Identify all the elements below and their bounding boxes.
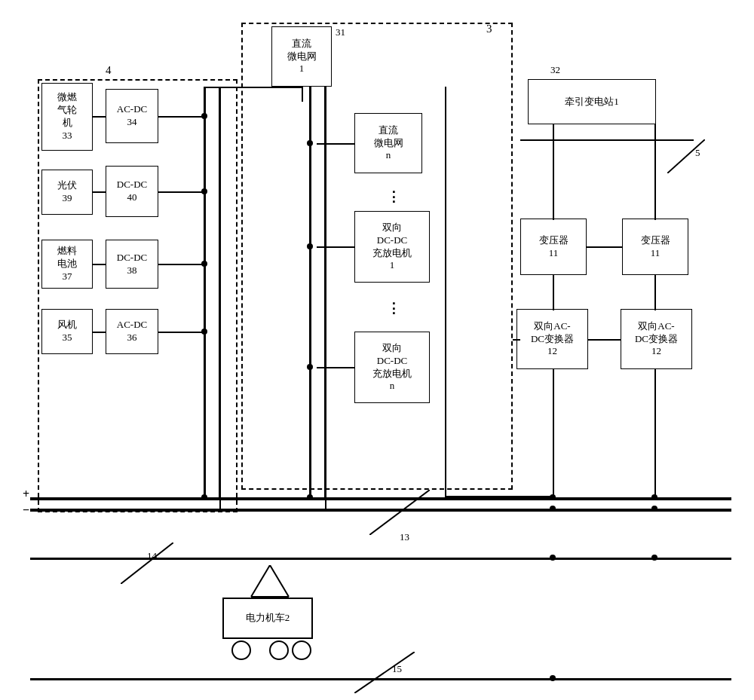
- hline-dcmg1: [204, 87, 303, 88]
- dot-rail-r1: [550, 555, 556, 561]
- hline-dcdc40: [158, 191, 205, 193]
- transformer-11a: 变压器11: [520, 219, 587, 275]
- bidir-acdc-12a: 双向AC-DC变换器12: [516, 309, 588, 369]
- rail-hash-15: [354, 652, 415, 693]
- ac-dc-34: AC-DC34: [106, 89, 158, 143]
- dc-microgrid-n: 直流微电网n: [354, 113, 422, 173]
- vline-12a-bus: [553, 369, 554, 499]
- hline-grp3-right: [513, 339, 520, 341]
- electric-loco-2: 电力机车2: [222, 598, 313, 639]
- vbus-mid: [309, 87, 311, 497]
- dot-acdc34: [201, 113, 207, 119]
- pantograph: [247, 565, 293, 599]
- dot-dcdc40: [201, 188, 207, 194]
- dc-microgrid-1: 直流微电网1: [271, 26, 332, 87]
- minus-label: −: [23, 503, 29, 517]
- ellipsis-bottom: ⋮: [387, 300, 400, 316]
- vbus-mid2: [324, 87, 326, 497]
- hline-37-38: [93, 264, 106, 265]
- hline-35-36: [93, 332, 106, 333]
- ellipsis-top: ⋮: [387, 188, 400, 205]
- hline-bus-to-12a: [445, 496, 553, 498]
- pv-39: 光伏39: [41, 170, 93, 215]
- label-32: 32: [550, 64, 560, 76]
- vline-tr11b-12b: [654, 275, 656, 310]
- vline-group3-left: [445, 87, 446, 497]
- hline-33-34: [93, 116, 106, 118]
- bidir-acdc-12b: 双向AC-DC变换器12: [621, 309, 692, 369]
- dot-minus-right2: [651, 506, 657, 512]
- svg-line-7: [121, 543, 173, 584]
- vline-dcmg1-down: [302, 87, 303, 102]
- rail-hash-14: [121, 543, 173, 584]
- rail-hash-13: [369, 490, 430, 535]
- svg-point-4: [270, 641, 288, 659]
- wind-35: 风机35: [41, 309, 93, 354]
- hline-acdc36: [158, 332, 205, 333]
- plus-label: +: [23, 488, 29, 501]
- vline-12b-bus: [654, 369, 656, 499]
- dot-dcmgn: [307, 140, 313, 146]
- dot-bus-left1: [201, 494, 207, 500]
- svg-point-3: [232, 641, 250, 659]
- hline-39-40: [93, 191, 106, 193]
- dot-bus-right2: [651, 494, 657, 500]
- hline-bidir1: [317, 246, 354, 248]
- diagonal-5: [667, 139, 705, 173]
- ac-dc-36: AC-DC36: [106, 309, 158, 354]
- label-31: 31: [336, 26, 345, 38]
- dot-bus-mid1: [307, 494, 313, 500]
- vbus-left: [204, 87, 206, 497]
- hline-dcmgn: [317, 143, 354, 145]
- dot-rail-bot1: [550, 675, 556, 681]
- svg-line-9: [667, 139, 705, 173]
- label-3: 3: [486, 23, 492, 35]
- hline-between-trans: [587, 246, 622, 248]
- svg-line-6: [369, 490, 430, 535]
- hline-between-bidir: [588, 339, 621, 341]
- diagram: 4 3 直流微电网1 31 微燃气轮机33 AC-DC34 光伏39 DC-DC…: [23, 8, 731, 693]
- dot-dcdc38: [201, 261, 207, 267]
- dot-acdc36: [201, 329, 207, 335]
- micro-turbine-33: 微燃气轮机33: [41, 83, 93, 151]
- svg-line-1: [270, 565, 289, 597]
- dc-dc-40: DC-DC40: [106, 166, 158, 217]
- label-4: 4: [106, 64, 112, 77]
- dot-bidirn: [307, 364, 313, 370]
- vbus-left2: [219, 87, 221, 497]
- svg-line-0: [251, 565, 270, 597]
- vline-tr11a-12a: [553, 275, 554, 310]
- bidir-dcdc-1: 双向DC-DC充放电机1: [354, 211, 430, 283]
- hline-dcdc38: [158, 264, 205, 265]
- vline-mid2-tobus: [325, 496, 326, 509]
- dc-dc-38: DC-DC38: [106, 240, 158, 289]
- fuel-cell-37: 燃料电池37: [41, 240, 93, 289]
- hline-bidirn: [317, 367, 354, 368]
- traction-sub-1: 牵引变电站1: [528, 79, 656, 124]
- transformer-11b: 变压器11: [622, 219, 688, 275]
- bidir-dcdc-n: 双向DC-DC充放电机n: [354, 332, 430, 403]
- dot-rail-r2: [651, 555, 657, 561]
- hline-acdc34: [158, 116, 205, 118]
- dot-minus-right1: [550, 506, 556, 512]
- dot-bidir1: [307, 243, 313, 249]
- svg-line-8: [354, 652, 415, 693]
- vline-left2-tobus: [219, 496, 221, 509]
- svg-point-5: [293, 641, 311, 659]
- wheels: [226, 639, 317, 662]
